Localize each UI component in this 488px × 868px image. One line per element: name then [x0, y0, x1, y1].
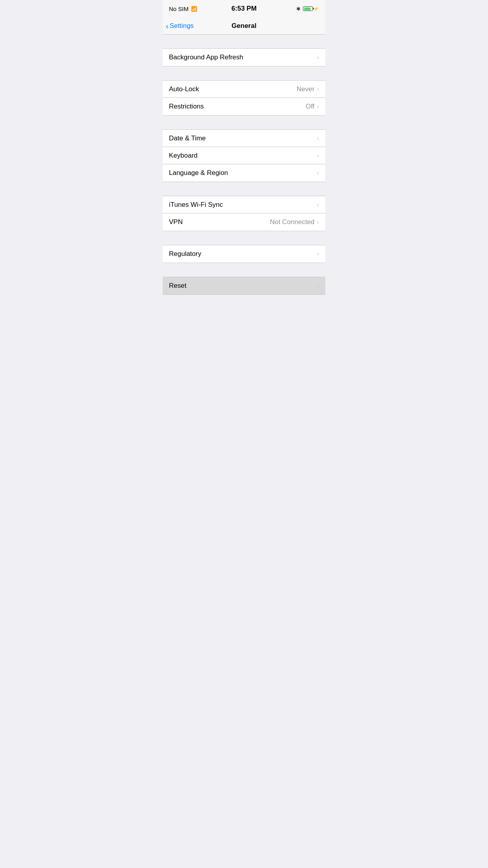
section-gap-7	[163, 295, 325, 309]
bluetooth-icon: ✱	[296, 6, 301, 12]
nav-header: ‹ Settings General	[163, 17, 325, 35]
section-reset: Reset ›	[163, 277, 325, 295]
status-left: No SIM 📶	[169, 6, 197, 12]
row-date-time-label: Date & Time	[169, 134, 206, 142]
section-gap-2	[163, 66, 325, 80]
row-restrictions-right: Off ›	[306, 103, 319, 110]
row-language-region[interactable]: Language & Region ›	[163, 164, 325, 182]
section-gap-3	[163, 116, 325, 129]
charging-bolt-icon: ⚡	[314, 6, 319, 11]
chevron-right-icon: ›	[317, 169, 319, 177]
chevron-right-icon: ›	[317, 218, 319, 226]
row-regulatory-right: ›	[317, 250, 319, 258]
chevron-right-icon: ›	[317, 134, 319, 142]
row-restrictions-value: Off	[306, 103, 314, 110]
row-reset-right: ›	[317, 282, 319, 290]
row-restrictions[interactable]: Restrictions Off ›	[163, 98, 325, 115]
row-auto-lock-label: Auto-Lock	[169, 85, 199, 93]
page-title: General	[231, 22, 256, 30]
section-gap-5	[163, 231, 325, 245]
row-reset[interactable]: Reset ›	[163, 277, 325, 294]
chevron-right-icon: ›	[317, 282, 319, 290]
row-background-app-refresh[interactable]: Background App Refresh ›	[163, 49, 325, 66]
row-language-region-right: ›	[317, 169, 319, 177]
section-datetime: Date & Time › Keyboard › Language & Regi…	[163, 129, 325, 182]
row-background-app-refresh-right: ›	[317, 53, 319, 61]
row-restrictions-label: Restrictions	[169, 103, 204, 110]
chevron-right-icon: ›	[317, 201, 319, 209]
chevron-right-icon: ›	[317, 53, 319, 61]
row-vpn-value: Not Connected	[270, 218, 314, 226]
row-background-app-refresh-label: Background App Refresh	[169, 53, 243, 61]
section-regulatory: Regulatory ›	[163, 245, 325, 263]
chevron-right-icon: ›	[317, 152, 319, 160]
section-background: Background App Refresh ›	[163, 48, 325, 66]
row-vpn-label: VPN	[169, 218, 183, 226]
back-button[interactable]: ‹ Settings	[166, 22, 194, 30]
status-bar: No SIM 📶 6:53 PM ✱ ⚡	[163, 0, 325, 17]
row-vpn-right: Not Connected ›	[270, 218, 319, 226]
row-date-time-right: ›	[317, 134, 319, 142]
status-time: 6:53 PM	[231, 5, 257, 13]
row-regulatory-label: Regulatory	[169, 250, 201, 258]
row-itunes-wifi-sync-right: ›	[317, 201, 319, 209]
row-keyboard-right: ›	[317, 152, 319, 160]
section-lock-restrictions: Auto-Lock Never › Restrictions Off ›	[163, 80, 325, 116]
wifi-icon: 📶	[191, 6, 197, 12]
row-date-time[interactable]: Date & Time ›	[163, 130, 325, 147]
row-itunes-wifi-sync[interactable]: iTunes Wi-Fi Sync ›	[163, 196, 325, 213]
section-gap-6	[163, 263, 325, 277]
row-auto-lock-value: Never	[297, 85, 314, 93]
row-vpn[interactable]: VPN Not Connected ›	[163, 213, 325, 231]
row-keyboard-label: Keyboard	[169, 152, 198, 160]
row-regulatory[interactable]: Regulatory ›	[163, 245, 325, 263]
chevron-right-icon: ›	[317, 250, 319, 258]
row-keyboard[interactable]: Keyboard ›	[163, 147, 325, 164]
row-reset-label: Reset	[169, 282, 186, 290]
battery-icon	[303, 6, 313, 11]
row-language-region-label: Language & Region	[169, 169, 228, 177]
section-gap-4	[163, 182, 325, 196]
chevron-right-icon: ›	[317, 85, 319, 93]
back-label[interactable]: Settings	[170, 22, 194, 30]
section-itunes-vpn: iTunes Wi-Fi Sync › VPN Not Connected ›	[163, 196, 325, 231]
battery-container: ⚡	[303, 6, 319, 11]
chevron-right-icon: ›	[317, 103, 319, 110]
status-right: ✱ ⚡	[296, 6, 319, 12]
carrier-text: No SIM	[169, 6, 189, 12]
row-auto-lock[interactable]: Auto-Lock Never ›	[163, 81, 325, 98]
row-itunes-wifi-sync-label: iTunes Wi-Fi Sync	[169, 201, 223, 209]
section-gap-1	[163, 35, 325, 48]
back-chevron-icon: ‹	[166, 22, 169, 30]
battery-fill	[304, 7, 310, 10]
row-auto-lock-right: Never ›	[297, 85, 319, 93]
